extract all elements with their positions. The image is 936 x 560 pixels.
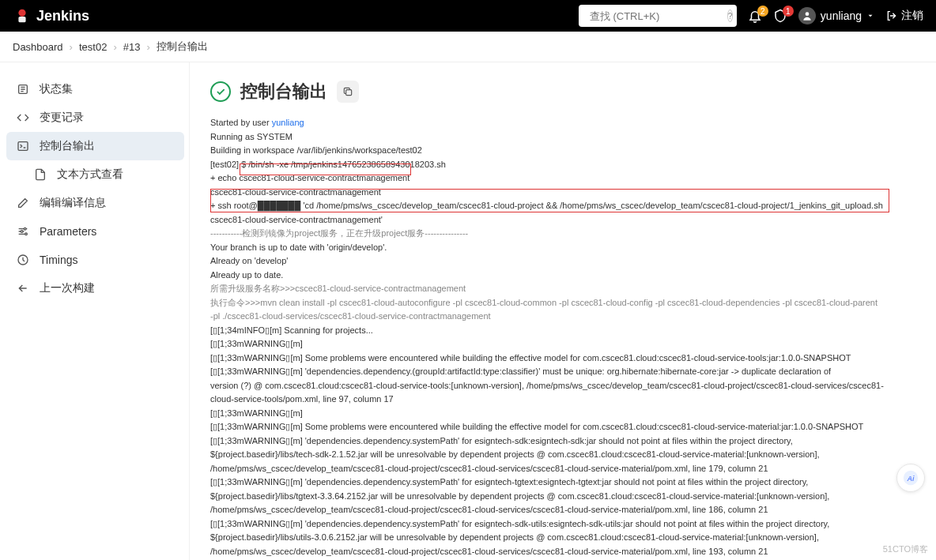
console-echo-arg: cscec81-cloud-service-contractmanagement (239, 173, 410, 182)
search-input[interactable] (590, 10, 723, 22)
console-output: Started by user yunliang Running as SYST… (210, 116, 915, 560)
logout-icon (885, 9, 898, 22)
svg-point-9 (25, 233, 28, 235)
sidebar-item-label: 变更记录 (40, 111, 84, 125)
link-icon (342, 86, 353, 97)
title-row: 控制台输出 (210, 80, 915, 103)
breadcrumb-item[interactable]: test02 (79, 41, 107, 53)
console-line: + echo (210, 173, 239, 182)
svg-point-4 (806, 12, 810, 16)
chevron-right-icon: › (146, 41, 149, 53)
assistant-float-button[interactable]: Ai (896, 464, 925, 492)
console-ssh-line1: + ssh root@███████ 'cd /home/pms/ws_csce… (210, 201, 883, 210)
svg-point-0 (18, 9, 25, 17)
edit-icon (16, 196, 30, 210)
sidebar-item-label: 控制台输出 (40, 139, 95, 153)
sidebar-item-label: Timings (40, 254, 78, 266)
main-area: 状态集 变更记录 控制台输出 文本方式查看 编辑编译信息 Parameters … (0, 62, 936, 560)
console-ssh-line2: cscec81-cloud-service-contractmanagement… (210, 215, 383, 224)
user-link[interactable]: yunliang (272, 118, 304, 127)
status-icon (16, 82, 30, 96)
svg-rect-1 (18, 17, 25, 22)
top-header: Jenkins ? 2 1 yunliang 注销 (0, 0, 936, 32)
svg-point-8 (21, 231, 23, 233)
copy-url-button[interactable] (337, 81, 359, 103)
sidebar-item-changes[interactable]: 变更记录 (6, 103, 184, 132)
svg-text:Ai: Ai (906, 475, 915, 483)
avatar-icon (798, 7, 816, 24)
user-menu[interactable]: yunliang (798, 7, 874, 24)
code-icon (16, 111, 30, 125)
console-line: Started by user (210, 118, 272, 127)
sidebar-item-edit-build[interactable]: 编辑编译信息 (6, 189, 184, 217)
svg-rect-6 (18, 142, 28, 151)
jenkins-icon (13, 6, 32, 25)
watermark: 51CTO博客 (883, 543, 928, 555)
logout-link[interactable]: 注销 (885, 9, 923, 23)
sidebar-item-parameters[interactable]: Parameters (6, 217, 184, 246)
username: yunliang (821, 9, 862, 22)
search-help-icon[interactable]: ? (727, 9, 734, 22)
sidebar-item-label: 编辑编译信息 (40, 196, 106, 210)
shield-badge: 1 (783, 6, 794, 17)
sidebar-item-console[interactable]: 控制台输出 (6, 132, 184, 160)
sidebar-item-previous-build[interactable]: 上一次构建 (6, 274, 184, 303)
console-block: Your branch is up to date with 'origin/d… (210, 242, 387, 280)
breadcrumb-item[interactable]: #13 (123, 41, 141, 53)
sidebar-item-plaintext[interactable]: 文本方式查看 (6, 160, 184, 189)
sidebar-item-label: 上一次构建 (40, 281, 95, 295)
console-block: Running as SYSTEM Building in workspace … (210, 132, 446, 169)
terminal-icon (16, 139, 30, 153)
sidebar: 状态集 变更记录 控制台输出 文本方式查看 编辑编译信息 Parameters … (0, 62, 190, 560)
sidebar-item-label: Parameters (40, 225, 96, 238)
breadcrumb: Dashboard› test02› #13› 控制台输出 (0, 32, 936, 62)
content-area: 控制台输出 Started by user yunliang Running a… (190, 62, 936, 560)
bell-badge: 2 (757, 6, 768, 17)
sidebar-item-timings[interactable]: Timings (6, 246, 184, 274)
console-line: cscec81-cloud-service-contractmanagement (210, 187, 381, 197)
clock-icon (16, 253, 30, 267)
chevron-down-icon (866, 12, 874, 20)
assistant-icon: Ai (902, 469, 919, 487)
console-upgrade-line: 所需升级服务名称>>>cscec81-cloud-service-contrac… (210, 284, 466, 293)
console-cmd-line: 执行命令>>>mvn clean install -pl cscec81-clo… (210, 298, 878, 321)
chevron-right-icon: › (113, 41, 116, 53)
search-box[interactable]: ? (579, 5, 737, 27)
sidebar-item-label: 文本方式查看 (57, 167, 123, 182)
document-icon (33, 167, 47, 182)
sidebar-item-label: 状态集 (40, 82, 73, 96)
notifications-bell[interactable]: 2 (748, 9, 762, 23)
brand-text: Jenkins (36, 8, 89, 24)
console-block: [▯[1;34mINFO▯[m] Scanning for projects..… (210, 325, 884, 561)
breadcrumb-item[interactable]: 控制台输出 (157, 39, 208, 54)
console-detect-line: -----------检测到镜像为project服务，正在升级project服务… (210, 228, 468, 238)
breadcrumb-item[interactable]: Dashboard (13, 41, 63, 53)
sliders-icon (16, 224, 30, 239)
page-title: 控制台输出 (240, 80, 327, 103)
jenkins-logo[interactable]: Jenkins (13, 6, 89, 25)
arrow-left-icon (16, 281, 30, 295)
sidebar-item-status[interactable]: 状态集 (6, 75, 184, 103)
svg-point-7 (24, 227, 26, 230)
chevron-right-icon: › (70, 41, 73, 53)
logout-label: 注销 (901, 9, 923, 23)
svg-rect-11 (346, 90, 352, 96)
success-check-icon (210, 81, 231, 102)
security-shield[interactable]: 1 (773, 9, 787, 23)
